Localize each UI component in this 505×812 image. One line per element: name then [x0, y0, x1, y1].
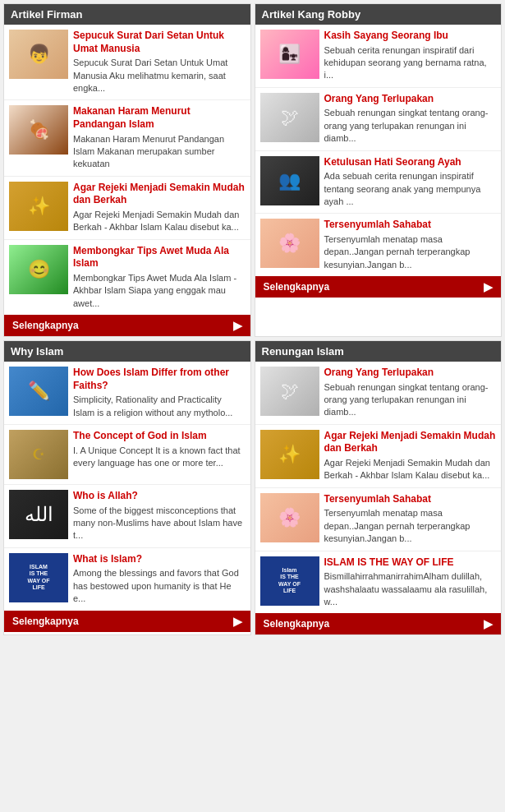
why-content-3: Who is Allah? Some of the biggest miscon… — [73, 490, 246, 542]
page-wrapper: Artikel Firman 👦 Sepucuk Surat Dari Seta… — [0, 0, 505, 642]
panel-why: Why Islam ✏️ How Does Islam Differ from … — [3, 340, 251, 635]
pen-icon: ✏️ — [28, 381, 50, 402]
renungan-thumb-1: 🕊 — [260, 367, 319, 416]
why-thumb-2: ☪ — [9, 430, 68, 479]
list-item: 😊 Membongkar Tips Awet Muda Ala Islam Me… — [4, 240, 250, 315]
panel-firman: Artikel Firman 👦 Sepucuk Surat Dari Seta… — [3, 3, 251, 337]
robby-thumb-2: 🕊 — [260, 93, 319, 142]
renungan-article-title-2[interactable]: Agar Rejeki Menjadi Semakin Mudah dan Be… — [324, 430, 497, 455]
list-item: 👥 Ketulusan Hati Seorang Ayah Ada sebuah… — [255, 151, 502, 215]
renungan-title: Renungan Islam — [262, 345, 344, 358]
flower-icon: 🌸 — [278, 233, 301, 254]
list-item: ☪ The Concept of God in Islam I. A Uniqu… — [4, 425, 250, 485]
firman-thumb-4: 😊 — [9, 245, 68, 294]
arrow-icon: ▶ — [233, 615, 242, 628]
robby-desc-1: Sebuah cerita renungan inspiratif dari k… — [324, 44, 497, 82]
arrow-icon: ▶ — [484, 617, 493, 630]
robby-thumb-4: 🌸 — [260, 219, 319, 268]
why-desc-2: I. A Unique Concept It is a known fact t… — [73, 445, 246, 470]
why-title: Why Islam — [11, 345, 63, 358]
renungan-article-title-3[interactable]: Tersenyumlah Sahabat — [324, 493, 497, 506]
list-item: ✏️ How Does Islam Differ from other Fait… — [4, 362, 250, 425]
why-article-title-3[interactable]: Who is Allah? — [73, 490, 246, 503]
renungan-selengkapnya-button[interactable]: Selengkapnya ▶ — [255, 613, 502, 634]
why-article-title-2[interactable]: The Concept of God in Islam — [73, 430, 246, 443]
firman-thumb-3: ✨ — [9, 182, 68, 231]
robby-title-3[interactable]: Ketulusan Hati Seorang Ayah — [324, 156, 497, 169]
top-row: Artikel Firman 👦 Sepucuk Surat Dari Seta… — [3, 3, 502, 337]
renungan-desc-4: BismillahirrahmanirrahimAlham dulillah, … — [324, 570, 497, 608]
why-content-4: What is Islam? Among the blessings and f… — [73, 553, 246, 606]
food-icon: 🍖 — [28, 119, 50, 141]
robby-content-2: Orang Yang Terlupakan Sebuah renungan si… — [324, 93, 497, 145]
why-desc-4: Among the blessings and favors that God … — [73, 567, 246, 605]
firman-content-4: Membongkar Tips Awet Muda Ala Islam Memb… — [73, 245, 246, 310]
renungan-content-4: ISLAM IS THE WAY OF LIFE Bismillahirrahm… — [324, 556, 497, 609]
firman-title-1[interactable]: Sepucuk Surat Dari Setan Untuk Umat Manu… — [73, 30, 246, 55]
firman-selengkapnya-button[interactable]: Selengkapnya ▶ — [4, 315, 250, 336]
robby-content-3: Ketulusan Hati Seorang Ayah Ada sebuah c… — [324, 156, 497, 209]
renungan-thumb-3: 🌸 — [260, 493, 319, 542]
firman-title: Artikel Firman — [11, 8, 82, 21]
why-article-title-4[interactable]: What is Islam? — [73, 553, 246, 566]
robby-desc-2: Sebuah renungan singkat tentang orang-or… — [324, 107, 497, 145]
renungan-selengkapnya-label: Selengkapnya — [264, 618, 330, 630]
firman-selengkapnya-label: Selengkapnya — [12, 320, 79, 331]
silhouette-icon: 👥 — [278, 170, 301, 191]
why-selengkapnya-button[interactable]: Selengkapnya ▶ — [4, 611, 250, 632]
list-item: 🌸 Tersenyumlah Sahabat Tersenyumlah mena… — [255, 488, 502, 551]
why-desc-1: Simplicity, Rationality and Practicality… — [73, 394, 246, 419]
list-item: 👦 Sepucuk Surat Dari Setan Untuk Umat Ma… — [4, 25, 250, 100]
robby-desc-4: Tersenyumlah menatap masa depan..Jangan … — [324, 233, 497, 271]
firman-title-2[interactable]: Makanan Haram Menurut Pandangan Islam — [73, 105, 246, 131]
why-thumb-1: ✏️ — [9, 367, 68, 416]
why-content-2: The Concept of God in Islam I. A Unique … — [73, 430, 246, 469]
renungan-article-title-1[interactable]: Orang Yang Terlupakan — [324, 367, 497, 380]
arabic-calligraphy-icon: ☪ — [32, 445, 45, 464]
dove-icon: 🕊 — [281, 381, 299, 402]
firman-content-1: Sepucuk Surat Dari Setan Untuk Umat Manu… — [73, 30, 246, 95]
robby-title-2[interactable]: Orang Yang Terlupakan — [324, 93, 497, 106]
list-item: IslamIS THEWAY OFLIFE ISLAM IS THE WAY O… — [255, 551, 502, 614]
why-article-title-1[interactable]: How Does Islam Differ from other Faiths? — [73, 367, 246, 392]
why-content-1: How Does Islam Differ from other Faiths?… — [73, 367, 246, 419]
firman-title-4[interactable]: Membongkar Tips Awet Muda Ala Islam — [73, 245, 246, 270]
robby-selengkapnya-button[interactable]: Selengkapnya ▶ — [255, 276, 502, 298]
renungan-content-3: Tersenyumlah Sahabat Tersenyumlah menata… — [324, 493, 497, 546]
why-thumb-3: الله — [9, 490, 68, 539]
firman-content-2: Makanan Haram Menurut Pandangan Islam Ma… — [73, 105, 246, 170]
renungan-header: Renungan Islam — [255, 341, 502, 362]
list-item: 🕊 Orang Yang Terlupakan Sebuah renungan … — [255, 88, 502, 151]
list-item: 🕊 Orang Yang Terlupakan Sebuah renungan … — [255, 362, 502, 425]
panel-renungan: Renungan Islam 🕊 Orang Yang Terlupakan S… — [255, 340, 503, 635]
robby-thumb-3: 👥 — [260, 156, 319, 205]
arrow-icon: ▶ — [233, 319, 242, 332]
firman-desc-3: Agar Rejeki Menjadi Semakin Mudah dan Be… — [73, 209, 246, 234]
robby-title-1[interactable]: Kasih Sayang Seorang Ibu — [324, 30, 497, 43]
list-item: 👩‍👧 Kasih Sayang Seorang Ibu Sebuah ceri… — [255, 25, 502, 88]
rose-icon: 🌸 — [278, 507, 301, 528]
panel-robby: Artikel Kang Robby 👩‍👧 Kasih Sayang Seor… — [255, 3, 503, 337]
list-item: الله Who is Allah? Some of the biggest m… — [4, 485, 250, 548]
firman-thumb-1: 👦 — [9, 30, 68, 79]
list-item: 🌸 Tersenyumlah Sahabat Tersenyumlah mena… — [255, 214, 502, 276]
list-item: ✨ Agar Rejeki Menjadi Semakin Mudah dan … — [4, 177, 250, 240]
robby-content-4: Tersenyumlah Sahabat Tersenyumlah menata… — [324, 219, 497, 271]
renungan-desc-1: Sebuah renungan singkat tentang orang-or… — [324, 381, 497, 419]
robby-title: Artikel Kang Robby — [262, 8, 361, 21]
firman-thumb-2: 🍖 — [9, 105, 68, 155]
firman-title-3[interactable]: Agar Rejeki Menjadi Semakin Mudah dan Be… — [73, 182, 246, 207]
list-item: 🍖 Makanan Haram Menurut Pandangan Islam … — [4, 100, 250, 176]
renungan-desc-3: Tersenyumlah menatap masa depan..Jangan … — [324, 507, 497, 545]
firman-desc-1: Sepucuk Surat Dari Setan Untuk Umat Manu… — [73, 57, 246, 95]
robby-title-4[interactable]: Tersenyumlah Sahabat — [324, 219, 497, 232]
bird-icon: 🕊 — [281, 107, 299, 128]
smile-icon: 😊 — [28, 259, 50, 280]
why-selengkapnya-label: Selengkapnya — [12, 616, 79, 627]
mother-icon: 👩‍👧 — [278, 44, 301, 65]
robby-thumb-1: 👩‍👧 — [260, 30, 319, 79]
renungan-thumb-2: ✨ — [260, 430, 319, 479]
renungan-content-1: Orang Yang Terlupakan Sebuah renungan si… — [324, 367, 497, 419]
renungan-article-title-4[interactable]: ISLAM IS THE WAY OF LIFE — [324, 556, 497, 570]
why-thumb-4: ISLAMIS THEWAY OFLIFE — [9, 553, 68, 602]
